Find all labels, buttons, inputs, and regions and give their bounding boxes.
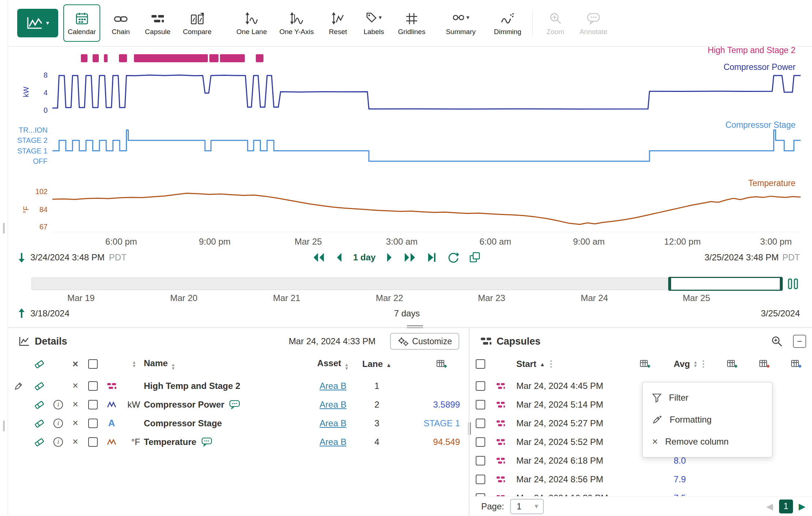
info-icon[interactable]: i — [53, 437, 63, 447]
add-property-column-icon[interactable] — [781, 359, 812, 369]
capsule-segment[interactable] — [134, 54, 208, 62]
page-select[interactable]: 1▼ — [510, 499, 544, 514]
remove-item-icon[interactable]: × — [67, 437, 84, 447]
info-icon[interactable]: i — [53, 400, 63, 409]
eraser-icon[interactable] — [29, 381, 49, 391]
step-back-large-icon[interactable] — [312, 252, 325, 263]
overview-timebar[interactable] — [31, 278, 782, 290]
capsule-segment[interactable] — [119, 54, 127, 62]
range-end[interactable]: 3/25/2024 3:48 PM — [704, 252, 779, 263]
collapse-panel-button[interactable]: − — [793, 335, 806, 348]
stage-signal-plot[interactable] — [52, 129, 801, 168]
remove-all-icon[interactable]: × — [67, 359, 84, 369]
details-row-temperature[interactable]: i × °F Temperature Area B 4 94.549 — [8, 433, 468, 451]
column-header-start[interactable]: Start▲ — [512, 359, 629, 369]
info-icon[interactable]: i — [53, 419, 63, 428]
select-all-checkbox[interactable] — [88, 359, 98, 369]
capsule-segment[interactable] — [93, 54, 98, 62]
capsule-checkbox[interactable] — [476, 475, 485, 484]
current-page-badge[interactable]: 1 — [779, 500, 793, 513]
display-duration[interactable]: 1 day — [353, 252, 375, 263]
temperature-signal-plot[interactable] — [52, 188, 801, 232]
select-all-capsules-checkbox[interactable] — [476, 359, 485, 369]
details-row-power[interactable]: i × kW Compressor Power Area B 2 3.5899 — [8, 395, 468, 414]
capsule-checkbox[interactable] — [476, 400, 485, 409]
context-menu-formatting[interactable]: Formatting — [643, 409, 772, 431]
capsule-segment[interactable] — [104, 54, 108, 62]
investigate-duration[interactable]: 7 days — [394, 308, 420, 319]
capsule-checkbox[interactable] — [476, 419, 485, 428]
customize-button[interactable]: Customize — [390, 333, 459, 350]
selection-right-handle[interactable] — [780, 278, 783, 290]
toolbar-button-gridlines[interactable]: Gridlines — [394, 4, 429, 42]
context-menu-filter[interactable]: Filter — [643, 387, 772, 409]
toolbar-button-labels[interactable]: ▾ Labels — [358, 4, 389, 42]
go-to-now-icon[interactable] — [427, 252, 437, 263]
column-menu-icon[interactable] — [703, 360, 704, 368]
condition-capsule-track[interactable] — [52, 54, 801, 62]
comment-icon[interactable] — [202, 438, 212, 446]
toolbar-button-dimming[interactable]: Dimming — [490, 4, 525, 42]
asset-link[interactable]: Area B — [319, 400, 346, 409]
capsule-checkbox[interactable] — [476, 456, 485, 465]
remove-item-icon[interactable]: × — [67, 418, 84, 428]
column-header-lane[interactable]: Lane▲ — [360, 359, 393, 369]
toolbar-button-capsule[interactable]: Capsule — [141, 4, 174, 42]
capsule-time-icon[interactable] — [787, 278, 800, 292]
asset-link[interactable]: Area B — [319, 418, 346, 428]
eraser-icon[interactable] — [29, 359, 49, 369]
capsule-segment[interactable] — [220, 54, 244, 62]
toolbar-button-reset[interactable]: Reset — [322, 4, 353, 42]
capsule-segment[interactable] — [81, 54, 87, 62]
column-menu-icon[interactable] — [550, 360, 552, 368]
capsule-checkbox[interactable] — [476, 381, 485, 391]
row-checkbox[interactable] — [88, 400, 98, 409]
trend-view-button[interactable]: ▾ — [17, 9, 58, 37]
range-start[interactable]: 3/24/2024 3:48 PM — [30, 252, 105, 263]
eraser-icon[interactable] — [29, 437, 49, 447]
row-checkbox[interactable] — [88, 419, 98, 428]
add-column-icon[interactable] — [393, 359, 465, 369]
eraser-icon[interactable] — [29, 400, 49, 409]
toolbar-button-one-lane[interactable]: One Lane — [233, 4, 270, 42]
sidebar-expand-handle[interactable] — [3, 223, 5, 234]
capsule-row[interactable]: Mar 24, 2024 8:56 PM 7.9 — [472, 470, 812, 489]
toolbar-button-compare[interactable]: Compare — [179, 4, 215, 42]
next-page-icon[interactable]: ▶ — [799, 501, 805, 512]
copy-range-icon[interactable] — [469, 252, 481, 263]
investigate-start[interactable]: 3/18/2024 — [30, 308, 70, 319]
remove-item-icon[interactable]: × — [67, 400, 84, 409]
comment-icon[interactable] — [229, 400, 240, 409]
range-start-arrow-icon[interactable] — [17, 252, 26, 263]
toolbar-button-one-y-axis[interactable]: One Y-Axis — [276, 4, 317, 42]
investigate-end[interactable]: 3/25/2024 — [761, 308, 800, 319]
auto-update-icon[interactable] — [447, 252, 459, 263]
investigate-range-arrow-icon[interactable] — [17, 308, 26, 319]
step-forward-large-icon[interactable] — [403, 252, 416, 263]
add-column-icon[interactable] — [716, 359, 748, 369]
overview-selection[interactable] — [669, 277, 782, 291]
capsule-segment[interactable] — [209, 54, 218, 62]
toolbar-button-calendar[interactable]: Calendar — [63, 4, 100, 42]
step-forward-icon[interactable] — [386, 252, 393, 263]
selection-left-handle[interactable] — [668, 278, 671, 290]
capsule-segment[interactable] — [256, 54, 263, 62]
add-column-icon[interactable] — [629, 359, 661, 369]
details-row-stage[interactable]: i × A Compressor Stage Area B 3 STAGE 1 — [8, 414, 468, 433]
item-name[interactable]: Compressor Stage — [144, 418, 306, 428]
column-header-avg[interactable]: Avg ▲▼ — [661, 359, 716, 369]
toolbar-button-annotate[interactable]: Annotate — [576, 4, 611, 42]
lane-compressor-power[interactable]: kW 840 — [52, 71, 801, 112]
lane-compressor-stage[interactable]: TR...IONSTAGE 2STAGE 1OFF — [52, 129, 801, 168]
item-name[interactable]: Compressor Power — [144, 400, 306, 410]
details-row-condition[interactable]: × High Temp and Stage 2 Area B 1 — [8, 376, 468, 395]
context-menu-remove-column[interactable]: × Remove column — [643, 431, 772, 453]
capsule-checkbox[interactable] — [476, 437, 485, 447]
power-signal-plot[interactable] — [52, 71, 801, 112]
sort-icon[interactable]: ▲▼ — [124, 360, 144, 368]
remove-item-icon[interactable]: × — [67, 381, 84, 391]
add-stat-column-icon[interactable] — [748, 359, 781, 369]
sidebar-expand-handle-2[interactable] — [3, 420, 5, 431]
asset-link[interactable]: Area B — [319, 381, 346, 391]
prev-page-icon[interactable]: ◀ — [766, 501, 773, 512]
